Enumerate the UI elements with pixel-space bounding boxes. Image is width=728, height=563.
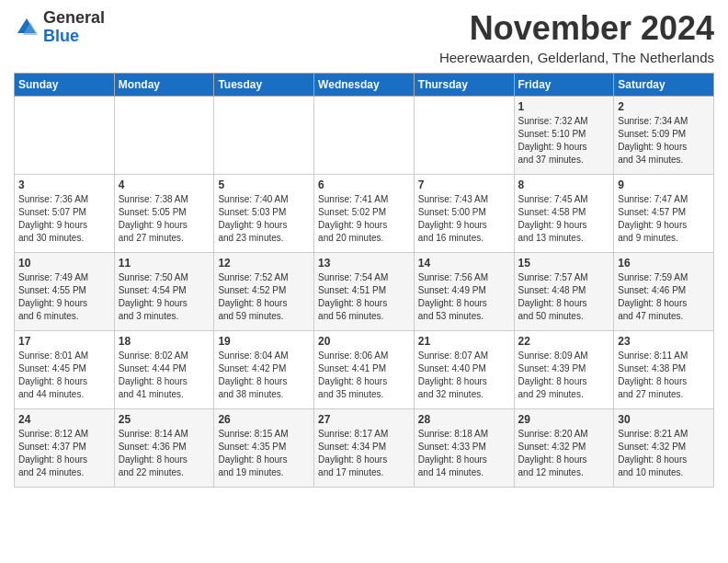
day-info: Sunrise: 8:15 AM Sunset: 4:35 PM Dayligh… (218, 428, 310, 479)
calendar-cell: 23Sunrise: 8:11 AM Sunset: 4:38 PM Dayli… (614, 331, 714, 409)
calendar-cell: 3Sunrise: 7:36 AM Sunset: 5:07 PM Daylig… (15, 175, 115, 253)
day-info: Sunrise: 8:14 AM Sunset: 4:36 PM Dayligh… (119, 428, 210, 479)
day-info: Sunrise: 7:34 AM Sunset: 5:09 PM Dayligh… (618, 115, 710, 167)
day-info: Sunrise: 7:43 AM Sunset: 5:00 PM Dayligh… (418, 193, 510, 245)
calendar-cell: 6Sunrise: 7:41 AM Sunset: 5:02 PM Daylig… (314, 175, 415, 253)
day-number: 14 (418, 257, 510, 270)
day-info: Sunrise: 7:50 AM Sunset: 4:54 PM Dayligh… (119, 271, 210, 323)
day-number: 3 (18, 178, 110, 191)
day-number: 26 (218, 413, 310, 426)
day-info: Sunrise: 7:52 AM Sunset: 4:52 PM Dayligh… (218, 271, 310, 323)
calendar-cell: 28Sunrise: 8:18 AM Sunset: 4:33 PM Dayli… (414, 409, 514, 488)
day-number: 25 (119, 413, 210, 426)
calendar-cell: 7Sunrise: 7:43 AM Sunset: 5:00 PM Daylig… (414, 175, 514, 253)
header-cell-tuesday: Tuesday (214, 74, 314, 97)
day-info: Sunrise: 8:20 AM Sunset: 4:32 PM Dayligh… (518, 428, 610, 479)
calendar-cell: 10Sunrise: 7:49 AM Sunset: 4:55 PM Dayli… (15, 253, 115, 331)
day-info: Sunrise: 8:01 AM Sunset: 4:45 PM Dayligh… (18, 350, 110, 401)
day-info: Sunrise: 7:56 AM Sunset: 4:49 PM Dayligh… (418, 271, 510, 323)
calendar-cell: 27Sunrise: 8:17 AM Sunset: 4:34 PM Dayli… (314, 409, 415, 488)
calendar-week-2: 3Sunrise: 7:36 AM Sunset: 5:07 PM Daylig… (15, 175, 714, 253)
day-number: 29 (518, 413, 610, 426)
day-info: Sunrise: 7:32 AM Sunset: 5:10 PM Dayligh… (518, 115, 610, 167)
calendar-week-4: 17Sunrise: 8:01 AM Sunset: 4:45 PM Dayli… (15, 331, 714, 409)
header-cell-sunday: Sunday (15, 74, 115, 97)
day-number: 13 (318, 257, 410, 270)
logo-general-text: General (43, 8, 105, 27)
calendar-body: 1Sunrise: 7:32 AM Sunset: 5:10 PM Daylig… (15, 97, 714, 488)
logo-blue-text: Blue (43, 27, 79, 45)
day-number: 8 (518, 178, 610, 191)
day-number: 2 (618, 100, 710, 113)
day-number: 1 (518, 100, 610, 113)
calendar-cell: 22Sunrise: 8:09 AM Sunset: 4:39 PM Dayli… (514, 331, 614, 409)
calendar-cell: 1Sunrise: 7:32 AM Sunset: 5:10 PM Daylig… (514, 97, 614, 175)
day-info: Sunrise: 7:40 AM Sunset: 5:03 PM Dayligh… (218, 193, 310, 245)
day-number: 12 (218, 257, 310, 270)
day-number: 11 (119, 257, 210, 270)
header-cell-monday: Monday (114, 74, 214, 97)
day-info: Sunrise: 8:21 AM Sunset: 4:32 PM Dayligh… (618, 428, 710, 479)
day-info: Sunrise: 8:09 AM Sunset: 4:39 PM Dayligh… (518, 350, 610, 401)
calendar-cell: 12Sunrise: 7:52 AM Sunset: 4:52 PM Dayli… (214, 253, 314, 331)
logo: General Blue (14, 9, 105, 46)
calendar-cell: 11Sunrise: 7:50 AM Sunset: 4:54 PM Dayli… (114, 253, 214, 331)
calendar-cell: 2Sunrise: 7:34 AM Sunset: 5:09 PM Daylig… (614, 97, 714, 175)
calendar-cell: 16Sunrise: 7:59 AM Sunset: 4:46 PM Dayli… (614, 253, 714, 331)
day-number: 4 (119, 178, 210, 191)
calendar-table: SundayMondayTuesdayWednesdayThursdayFrid… (14, 73, 714, 488)
day-info: Sunrise: 7:59 AM Sunset: 4:46 PM Dayligh… (618, 271, 710, 323)
day-info: Sunrise: 8:07 AM Sunset: 4:40 PM Dayligh… (418, 350, 510, 401)
day-number: 30 (618, 413, 710, 426)
calendar-week-1: 1Sunrise: 7:32 AM Sunset: 5:10 PM Daylig… (15, 97, 714, 175)
day-number: 19 (218, 335, 310, 348)
day-info: Sunrise: 8:11 AM Sunset: 4:38 PM Dayligh… (618, 350, 710, 401)
day-number: 17 (18, 335, 110, 348)
day-number: 16 (618, 257, 710, 270)
day-info: Sunrise: 8:17 AM Sunset: 4:34 PM Dayligh… (318, 428, 410, 479)
calendar-cell (15, 97, 115, 175)
calendar-cell: 26Sunrise: 8:15 AM Sunset: 4:35 PM Dayli… (214, 409, 314, 488)
page-header: General Blue November 2024 Heerewaarden,… (14, 9, 714, 65)
calendar-cell: 15Sunrise: 7:57 AM Sunset: 4:48 PM Dayli… (514, 253, 614, 331)
day-info: Sunrise: 7:57 AM Sunset: 4:48 PM Dayligh… (518, 271, 610, 323)
day-info: Sunrise: 8:02 AM Sunset: 4:44 PM Dayligh… (119, 350, 210, 401)
calendar-cell (314, 97, 415, 175)
day-number: 22 (518, 335, 610, 348)
logo-text: General Blue (43, 9, 105, 46)
logo-icon (14, 15, 40, 40)
day-number: 24 (18, 413, 110, 426)
header-cell-friday: Friday (514, 74, 614, 97)
calendar-cell (114, 97, 214, 175)
day-info: Sunrise: 7:49 AM Sunset: 4:55 PM Dayligh… (18, 271, 110, 323)
calendar-cell: 18Sunrise: 8:02 AM Sunset: 4:44 PM Dayli… (114, 331, 214, 409)
header-row: SundayMondayTuesdayWednesdayThursdayFrid… (15, 74, 714, 97)
calendar-header: SundayMondayTuesdayWednesdayThursdayFrid… (15, 74, 714, 97)
calendar-cell: 9Sunrise: 7:47 AM Sunset: 4:57 PM Daylig… (614, 175, 714, 253)
header-cell-thursday: Thursday (414, 74, 514, 97)
day-number: 23 (618, 335, 710, 348)
day-info: Sunrise: 7:38 AM Sunset: 5:05 PM Dayligh… (119, 193, 210, 245)
day-number: 20 (318, 335, 410, 348)
calendar-cell: 8Sunrise: 7:45 AM Sunset: 4:58 PM Daylig… (514, 175, 614, 253)
day-info: Sunrise: 7:54 AM Sunset: 4:51 PM Dayligh… (318, 271, 410, 323)
day-info: Sunrise: 7:45 AM Sunset: 4:58 PM Dayligh… (518, 193, 610, 245)
calendar-week-3: 10Sunrise: 7:49 AM Sunset: 4:55 PM Dayli… (15, 253, 714, 331)
calendar-cell: 5Sunrise: 7:40 AM Sunset: 5:03 PM Daylig… (214, 175, 314, 253)
day-info: Sunrise: 8:12 AM Sunset: 4:37 PM Dayligh… (18, 428, 110, 479)
calendar-cell: 25Sunrise: 8:14 AM Sunset: 4:36 PM Dayli… (114, 409, 214, 488)
title-block: November 2024 Heerewaarden, Gelderland, … (439, 9, 714, 65)
calendar-cell: 14Sunrise: 7:56 AM Sunset: 4:49 PM Dayli… (414, 253, 514, 331)
day-number: 6 (318, 178, 410, 191)
day-number: 27 (318, 413, 410, 426)
calendar-cell (414, 97, 514, 175)
day-number: 18 (119, 335, 210, 348)
calendar-cell: 19Sunrise: 8:04 AM Sunset: 4:42 PM Dayli… (214, 331, 314, 409)
day-number: 15 (518, 257, 610, 270)
day-info: Sunrise: 7:41 AM Sunset: 5:02 PM Dayligh… (318, 193, 410, 245)
calendar-cell: 13Sunrise: 7:54 AM Sunset: 4:51 PM Dayli… (314, 253, 415, 331)
day-info: Sunrise: 8:06 AM Sunset: 4:41 PM Dayligh… (318, 350, 410, 401)
day-info: Sunrise: 8:18 AM Sunset: 4:33 PM Dayligh… (418, 428, 510, 479)
calendar-week-5: 24Sunrise: 8:12 AM Sunset: 4:37 PM Dayli… (15, 409, 714, 488)
calendar-cell (214, 97, 314, 175)
